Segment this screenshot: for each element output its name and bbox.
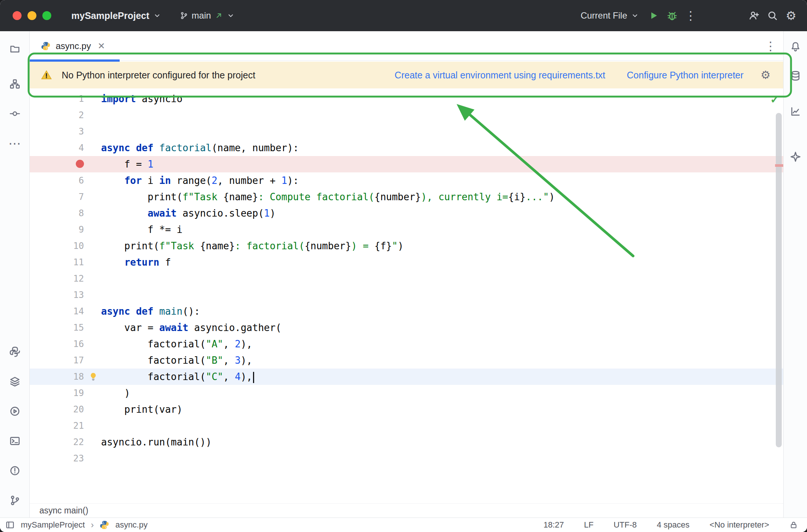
code-line[interactable]: 12 xyxy=(30,270,783,287)
interpreter-widget[interactable]: <No interpreter> xyxy=(710,520,769,530)
breakpoint-gutter[interactable] xyxy=(30,156,84,172)
code-line[interactable]: 17 factorial("B", 3), xyxy=(30,352,783,369)
inspections-ok-icon[interactable]: ✓ xyxy=(770,93,780,106)
create-venv-link[interactable]: Create a virtual environment using requi… xyxy=(395,70,605,81)
project-toolwindow-button[interactable] xyxy=(5,39,25,59)
settings-button[interactable]: ⚙ xyxy=(782,6,800,25)
editor-scrollbar-thumb[interactable] xyxy=(776,113,782,447)
code-text[interactable]: async def factorial(name, number): xyxy=(101,140,783,156)
structure-toolwindow-button[interactable] xyxy=(5,74,25,94)
line-number[interactable]: 9 xyxy=(30,221,84,238)
line-number[interactable]: 1 xyxy=(30,91,84,107)
code-line[interactable]: 1import asyncio xyxy=(30,91,783,107)
vcs-branch-widget[interactable]: main xyxy=(175,7,240,25)
code-text[interactable] xyxy=(101,123,783,140)
code-text[interactable]: asyncio.run(main()) xyxy=(101,434,783,450)
line-number[interactable]: 2 xyxy=(30,107,84,123)
line-number[interactable]: 18 xyxy=(30,369,84,385)
code-line[interactable]: 16 factorial("A", 2), xyxy=(30,336,783,352)
code-line[interactable]: 3 xyxy=(30,123,783,140)
caret-position-widget[interactable]: 18:27 xyxy=(544,520,564,530)
code-editor[interactable]: 1import asyncio234async def factorial(na… xyxy=(30,89,783,503)
code-line[interactable]: 11 return f xyxy=(30,254,783,270)
code-line[interactable]: 9 f *= i xyxy=(30,221,783,238)
code-text[interactable]: factorial("B", 3), xyxy=(101,352,783,369)
services-toolwindow-button[interactable] xyxy=(5,402,25,421)
close-tab-icon[interactable]: ✕ xyxy=(98,41,105,51)
line-number[interactable]: 20 xyxy=(30,401,84,418)
code-text[interactable]: print(f"Task {name}: factorial({number})… xyxy=(101,238,783,254)
zoom-window-button[interactable] xyxy=(42,11,51,20)
project-widget[interactable]: mySampleProject xyxy=(66,7,166,25)
line-number[interactable]: 14 xyxy=(30,303,84,319)
encoding-widget[interactable]: UTF-8 xyxy=(613,520,636,530)
line-number[interactable]: 23 xyxy=(30,450,84,467)
code-text[interactable]: f *= i xyxy=(101,221,783,238)
code-line[interactable]: 7 print(f"Task {name}: Compute factorial… xyxy=(30,189,783,205)
code-text[interactable] xyxy=(101,270,783,287)
code-line[interactable]: 14async def main(): xyxy=(30,303,783,319)
plots-toolwindow-button[interactable] xyxy=(786,102,805,121)
run-button[interactable] xyxy=(644,6,663,25)
readonly-lock-icon[interactable] xyxy=(789,520,798,529)
code-line[interactable]: 6 for i in range(2, number + 1): xyxy=(30,172,783,189)
configure-interpreter-link[interactable]: Configure Python interpreter xyxy=(627,70,743,81)
database-toolwindow-button[interactable] xyxy=(786,66,805,85)
banner-settings-gear-icon[interactable]: ⚙ xyxy=(761,69,771,81)
breadcrumb-bar[interactable]: async main() xyxy=(30,503,783,518)
version-control-button[interactable] xyxy=(5,491,25,510)
line-number[interactable]: 12 xyxy=(30,270,84,287)
code-text[interactable]: for i in range(2, number + 1): xyxy=(101,172,783,189)
code-line[interactable]: 23 xyxy=(30,450,783,467)
code-line[interactable]: 10 print(f"Task {name}: factorial({numbe… xyxy=(30,238,783,254)
code-line[interactable]: 20 print(var) xyxy=(30,401,783,418)
line-number[interactable]: 21 xyxy=(30,418,84,434)
close-window-button[interactable] xyxy=(13,11,22,20)
problems-toolwindow-button[interactable] xyxy=(5,461,25,480)
code-line[interactable]: 8 await asyncio.sleep(1) xyxy=(30,205,783,221)
line-number[interactable]: 7 xyxy=(30,189,84,205)
code-text[interactable] xyxy=(101,287,783,303)
minimize-window-button[interactable] xyxy=(27,11,36,20)
line-number[interactable]: 22 xyxy=(30,434,84,450)
search-everywhere-button[interactable] xyxy=(763,6,782,25)
line-number[interactable]: 6 xyxy=(30,172,84,189)
indent-widget[interactable]: 4 spaces xyxy=(657,520,690,530)
debug-button[interactable] xyxy=(663,6,681,25)
line-number[interactable]: 17 xyxy=(30,352,84,369)
notifications-button[interactable] xyxy=(786,37,805,56)
line-number[interactable]: 19 xyxy=(30,385,84,401)
line-number[interactable]: 3 xyxy=(30,123,84,140)
more-toolwindows-button[interactable]: ⋯ xyxy=(5,134,25,153)
code-text[interactable]: return f xyxy=(101,254,783,270)
code-line[interactable]: 21 xyxy=(30,418,783,434)
code-text[interactable]: f = 1 xyxy=(101,156,783,172)
code-text[interactable]: factorial("C", 4), xyxy=(101,369,783,385)
code-text[interactable] xyxy=(101,418,783,434)
code-text[interactable]: await asyncio.sleep(1) xyxy=(101,205,783,221)
code-text[interactable]: print(var) xyxy=(101,401,783,418)
code-line[interactable]: 18 factorial("C", 4), xyxy=(30,369,783,385)
line-separator-widget[interactable]: LF xyxy=(584,520,594,530)
editor-options-button[interactable]: ⋮ xyxy=(765,40,777,52)
ai-assistant-button[interactable] xyxy=(786,147,805,166)
python-packages-button[interactable] xyxy=(5,372,25,391)
code-text[interactable]: var = await asyncio.gather( xyxy=(101,319,783,336)
breakpoint-dot[interactable] xyxy=(76,160,84,168)
line-number[interactable]: 10 xyxy=(30,238,84,254)
code-text[interactable]: print(f"Task {name}: Compute factorial({… xyxy=(101,189,783,205)
more-actions-button[interactable]: ⋮ xyxy=(681,6,700,25)
intention-bulb-icon[interactable] xyxy=(88,372,98,382)
line-number[interactable]: 13 xyxy=(30,287,84,303)
toolwindow-layout-icon[interactable] xyxy=(5,520,15,530)
line-number[interactable]: 16 xyxy=(30,336,84,352)
line-number[interactable]: 8 xyxy=(30,205,84,221)
code-line[interactable]: 15 var = await asyncio.gather( xyxy=(30,319,783,336)
code-line[interactable]: 19 ) xyxy=(30,385,783,401)
line-number[interactable]: 15 xyxy=(30,319,84,336)
tab-async-py[interactable]: async.py ✕ xyxy=(30,31,113,61)
code-text[interactable]: import asyncio xyxy=(101,91,783,107)
line-number[interactable]: 11 xyxy=(30,254,84,270)
code-line[interactable]: 2 xyxy=(30,107,783,123)
code-line[interactable]: f = 1 xyxy=(30,156,783,172)
